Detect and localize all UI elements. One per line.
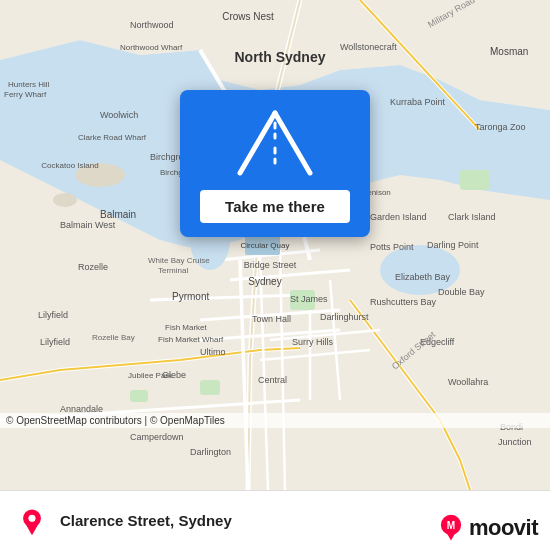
svg-text:Elizabeth Bay: Elizabeth Bay <box>395 272 451 282</box>
svg-text:Bridge Street: Bridge Street <box>244 260 297 270</box>
svg-text:Northwood: Northwood <box>130 20 174 30</box>
svg-text:Sydney: Sydney <box>248 276 281 287</box>
svg-text:Darlinghurst: Darlinghurst <box>320 312 369 322</box>
svg-marker-93 <box>445 531 456 540</box>
svg-point-27 <box>53 193 77 207</box>
svg-text:Taronga Zoo: Taronga Zoo <box>475 122 526 132</box>
road-icon <box>235 108 315 178</box>
svg-text:M: M <box>447 520 455 531</box>
svg-text:Camperdown: Camperdown <box>130 432 184 442</box>
svg-text:Mosman: Mosman <box>490 46 528 57</box>
map-container: North Sydney Sydney Bridge Street Circul… <box>0 0 550 490</box>
svg-text:Potts Point: Potts Point <box>370 242 414 252</box>
svg-text:Cockatoo Island: Cockatoo Island <box>41 161 98 170</box>
location-name: Clarence Street, Sydney <box>60 512 232 529</box>
svg-text:Terminal: Terminal <box>158 266 188 275</box>
svg-text:Darlington: Darlington <box>190 447 231 457</box>
svg-text:Kurraba Point: Kurraba Point <box>390 97 446 107</box>
moovit-logo: M moovit <box>437 514 538 542</box>
svg-text:Rushcutters Bay: Rushcutters Bay <box>370 297 437 307</box>
svg-text:Lilyfield: Lilyfield <box>40 337 70 347</box>
svg-text:White Bay Cruise: White Bay Cruise <box>148 256 210 265</box>
svg-text:Pyrmont: Pyrmont <box>172 291 209 302</box>
svg-text:Fish Market Wharf: Fish Market Wharf <box>158 335 224 344</box>
svg-text:Double Bay: Double Bay <box>438 287 485 297</box>
take-me-there-button[interactable]: Take me there <box>200 190 350 223</box>
bottom-bar: Clarence Street, Sydney M moovit <box>0 490 550 550</box>
overlay-card: Take me there <box>180 90 370 237</box>
svg-text:Hunters Hill: Hunters Hill <box>8 80 50 89</box>
svg-text:St James: St James <box>290 294 328 304</box>
svg-text:Clarke Road Wharf: Clarke Road Wharf <box>78 133 147 142</box>
svg-text:North Sydney: North Sydney <box>234 49 325 65</box>
svg-text:Wollstonecraft: Wollstonecraft <box>340 42 397 52</box>
svg-text:Balmain West: Balmain West <box>60 220 116 230</box>
moovit-pin-icon: M <box>437 514 465 542</box>
svg-rect-25 <box>460 170 490 190</box>
svg-rect-23 <box>200 380 220 395</box>
svg-text:Woollahra: Woollahra <box>448 377 488 387</box>
svg-text:Clark Island: Clark Island <box>448 212 496 222</box>
svg-text:Fish Market: Fish Market <box>165 323 208 332</box>
svg-text:Rozelle: Rozelle <box>78 262 108 272</box>
svg-text:Balmain: Balmain <box>100 209 136 220</box>
svg-text:Northwood Wharf: Northwood Wharf <box>120 43 183 52</box>
svg-point-90 <box>28 514 35 521</box>
svg-rect-24 <box>130 390 148 402</box>
attribution: © OpenStreetMap contributors | © OpenMap… <box>0 413 550 428</box>
svg-text:Garden Island: Garden Island <box>370 212 427 222</box>
svg-text:Town Hall: Town Hall <box>252 314 291 324</box>
svg-marker-89 <box>25 522 39 534</box>
svg-text:Surry Hills: Surry Hills <box>292 337 334 347</box>
moovit-text: moovit <box>469 515 538 541</box>
svg-text:Lilyfield: Lilyfield <box>38 310 68 320</box>
svg-line-84 <box>240 113 275 173</box>
svg-text:Jubilee Park: Jubilee Park <box>128 371 173 380</box>
svg-text:Rozelle Bay: Rozelle Bay <box>92 333 135 342</box>
svg-text:Darling Point: Darling Point <box>427 240 479 250</box>
svg-line-85 <box>275 113 310 173</box>
location-pin-icon <box>14 503 50 539</box>
svg-text:Junction: Junction <box>498 437 532 447</box>
svg-text:Ferry Wharf: Ferry Wharf <box>4 90 47 99</box>
svg-text:Woolwich: Woolwich <box>100 110 138 120</box>
svg-text:Circular Quay: Circular Quay <box>241 241 290 250</box>
svg-text:Ultimo: Ultimo <box>200 347 226 357</box>
svg-text:Central: Central <box>258 375 287 385</box>
svg-text:Crows Nest: Crows Nest <box>222 11 274 22</box>
